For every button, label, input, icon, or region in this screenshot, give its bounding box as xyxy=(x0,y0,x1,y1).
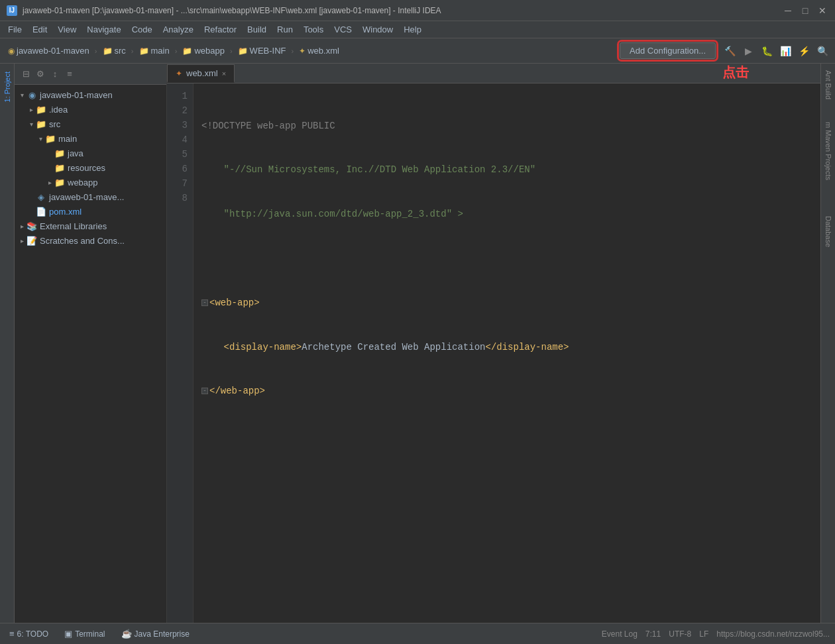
code-line-8 xyxy=(201,428,812,443)
tree-label-java: java xyxy=(68,148,84,158)
breadcrumb-webapp-label: webapp xyxy=(194,46,225,56)
line-num-8: 8 xyxy=(167,191,193,205)
profiler-icon[interactable]: ⚡ xyxy=(797,44,811,58)
scratches-icon: 📝 xyxy=(27,236,37,246)
tree-item-root[interactable]: ▾ ◉ javaweb-01-maven xyxy=(15,87,166,102)
menu-item-build[interactable]: Build xyxy=(242,23,272,36)
menu-item-refactor[interactable]: Refactor xyxy=(199,23,242,36)
tree-label-scratches: Scratches and Cons... xyxy=(40,236,125,246)
coverage-icon[interactable]: 📊 xyxy=(778,44,793,58)
right-panel-ant[interactable]: Ant Build xyxy=(823,66,834,103)
tree-item-extlibs[interactable]: ▸ 📚 External Libraries xyxy=(15,219,166,233)
bottom-tab-terminal[interactable]: ▣ Terminal xyxy=(60,627,109,640)
code-line-7: -</web-app> xyxy=(201,384,812,398)
breadcrumb-project[interactable]: ◉ javaweb-01-maven xyxy=(5,44,92,57)
java-icon: ☕ xyxy=(121,629,132,639)
breadcrumb-main-label: main xyxy=(151,46,170,56)
menu-item-run[interactable]: Run xyxy=(272,23,298,36)
panel-sync-button[interactable]: ⊟ xyxy=(20,68,32,80)
toolbar: ◉ javaweb-01-maven › 📁 src › 📁 main › 📁 … xyxy=(0,38,835,64)
bottom-tab-java-enterprise-label: Java Enterprise xyxy=(135,629,190,639)
code-line-5: -<web-app> xyxy=(201,295,812,310)
bottom-tab-todo[interactable]: ≡ 6: TODO xyxy=(5,627,52,640)
folder-icon-main: 📁 xyxy=(139,46,149,56)
breadcrumb-main[interactable]: 📁 main xyxy=(137,44,172,57)
breadcrumb-webxml-label: web.xml xyxy=(307,46,339,56)
breadcrumb-sep-2: › xyxy=(131,47,134,55)
tree-label-src: src xyxy=(49,119,60,129)
tree-label-main: main xyxy=(58,134,77,144)
tree-item-java[interactable]: 📁 java xyxy=(15,146,166,160)
fold-indicator-5[interactable]: - xyxy=(201,299,208,306)
menu-bar: FileEditViewNavigateCodeAnalyzeRefactorB… xyxy=(0,21,835,38)
breadcrumb-webinf[interactable]: 📁 WEB-INF xyxy=(235,44,289,57)
folder-icon-src-tree: 📁 xyxy=(36,119,46,129)
panel-sort-button[interactable]: ↕ xyxy=(49,68,61,80)
fold-indicator-7[interactable]: - xyxy=(201,388,208,394)
tree-arrow-scratches: ▸ xyxy=(17,237,27,244)
menu-item-code[interactable]: Code xyxy=(127,23,158,36)
menu-item-view[interactable]: View xyxy=(52,23,82,36)
breadcrumb-project-label: javaweb-01-maven xyxy=(17,46,89,56)
event-log-status[interactable]: Event Log xyxy=(602,629,638,639)
tree-item-pom[interactable]: 📄 pom.xml xyxy=(15,204,166,219)
lf-status: LF xyxy=(699,629,708,639)
tree-item-idea[interactable]: ▸ 📁 .idea xyxy=(15,102,166,117)
menu-item-help[interactable]: Help xyxy=(398,23,427,36)
xml-icon-breadcrumb: ✦ xyxy=(299,46,306,56)
tree-item-src[interactable]: ▾ 📁 src xyxy=(15,117,166,131)
code-line-2: "-//Sun Microsystems, Inc.//DTD Web Appl… xyxy=(201,163,812,178)
extlibs-icon: 📚 xyxy=(27,221,37,231)
code-line-6: <display-name>Archetype Created Web Appl… xyxy=(201,340,812,354)
menu-item-edit[interactable]: Edit xyxy=(27,23,52,36)
code-editor[interactable]: 1 2 3 4 5 6 7 8 <!DOCTYPE web-app PUBLIC… xyxy=(167,83,820,623)
title-bar: IJ javaweb-01-maven [D:\javaweb-01-maven… xyxy=(0,0,835,21)
breadcrumb-src[interactable]: 📁 src xyxy=(100,44,129,57)
line-num-6: 6 xyxy=(167,162,193,176)
menu-item-analyze[interactable]: Analyze xyxy=(158,23,199,36)
bottom-tab-java-enterprise[interactable]: ☕ Java Enterprise xyxy=(117,627,194,640)
close-button[interactable]: ✕ xyxy=(816,5,828,17)
breadcrumb-sep-1: › xyxy=(95,47,97,55)
debug-icon[interactable]: 🐛 xyxy=(759,44,774,58)
right-panel-database[interactable]: Database xyxy=(823,212,834,251)
tree-item-scratches[interactable]: ▸ 📝 Scratches and Cons... xyxy=(15,233,166,248)
add-configuration-button[interactable]: Add Configuration... xyxy=(620,42,716,59)
run-icon[interactable]: ▶ xyxy=(741,44,755,58)
menu-item-window[interactable]: Window xyxy=(357,23,398,36)
line-num-4: 4 xyxy=(167,133,193,147)
menu-item-tools[interactable]: Tools xyxy=(298,23,329,36)
menu-item-vcs[interactable]: VCS xyxy=(329,23,357,36)
project-panel: ⊟ ⚙ ↕ ≡ ▾ ◉ javaweb-01-maven ▸ 📁 .idea xyxy=(15,64,167,623)
tree-item-main[interactable]: ▾ 📁 main xyxy=(15,131,166,146)
line-numbers: 1 2 3 4 5 6 7 8 xyxy=(167,83,194,623)
breadcrumb-webapp[interactable]: 📁 webapp xyxy=(180,44,227,57)
right-panel-maven[interactable]: m Maven Projects xyxy=(823,118,834,184)
bottom-bar: ≡ 6: TODO ▣ Terminal ☕ Java Enterprise E… xyxy=(0,623,835,644)
terminal-icon: ▣ xyxy=(64,629,72,639)
search-icon[interactable]: 🔍 xyxy=(815,44,830,58)
tab-webxml[interactable]: ✦ web.xml × xyxy=(167,64,235,83)
maximize-button[interactable]: □ xyxy=(799,5,811,17)
breadcrumb-webxml[interactable]: ✦ web.xml xyxy=(296,44,342,57)
panel-gear-button[interactable]: ⚙ xyxy=(34,68,46,80)
build-icon[interactable]: 🔨 xyxy=(722,44,737,58)
minimize-button[interactable]: ─ xyxy=(782,5,794,17)
line-num-2: 2 xyxy=(167,103,193,118)
menu-item-navigate[interactable]: Navigate xyxy=(82,23,126,36)
panel-settings-button[interactable]: ≡ xyxy=(64,68,76,80)
tree-arrow-webapp: ▸ xyxy=(45,179,54,186)
tree-item-iml[interactable]: ◈ javaweb-01-mave... xyxy=(15,189,166,204)
line-num-5: 5 xyxy=(167,147,193,162)
tree-item-resources[interactable]: 📁 resources xyxy=(15,160,166,175)
tree-arrow-idea: ▸ xyxy=(27,106,36,113)
tab-close-button[interactable]: × xyxy=(222,70,226,78)
window-controls[interactable]: ─ □ ✕ xyxy=(782,5,828,17)
code-content[interactable]: <!DOCTYPE web-app PUBLIC "-//Sun Microsy… xyxy=(194,83,820,623)
tree-arrow-src: ▾ xyxy=(27,121,36,128)
tree-item-webapp[interactable]: ▸ 📁 webapp xyxy=(15,175,166,189)
sidebar-item-project[interactable]: 1: Project xyxy=(2,68,13,106)
breadcrumb-sep-5: › xyxy=(292,47,294,55)
tree-label-idea: .idea xyxy=(49,105,68,115)
menu-item-file[interactable]: File xyxy=(3,23,27,36)
